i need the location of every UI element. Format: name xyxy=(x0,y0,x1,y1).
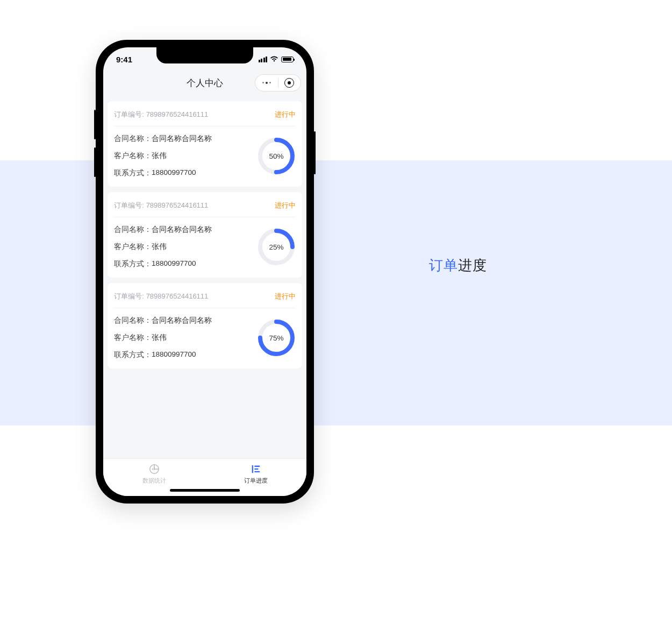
more-icon xyxy=(262,82,271,84)
detail-list: 合同名称 合同名称合同名称 客户名称 张伟 联系方式 18800997700 xyxy=(114,316,251,360)
status-time: 9:41 xyxy=(116,55,132,64)
phone-frame: 9:41 个人中心 订单编号:789897652441611 xyxy=(96,40,314,504)
order-card[interactable]: 订单编号:7898976524416111 进行中 合同名称 合同名称合同名称 … xyxy=(108,101,302,187)
progress-ring: 25% xyxy=(257,228,296,266)
order-no-value: 7898976524416111 xyxy=(146,292,209,300)
svg-rect-7 xyxy=(154,467,154,470)
progress-label: 50% xyxy=(257,137,296,175)
order-number: 订单编号:7898976524416111 xyxy=(114,201,208,210)
phone-notch xyxy=(156,47,253,63)
phone-screen: 9:41 个人中心 订单编号:789897652441611 xyxy=(103,47,306,496)
signal-icon xyxy=(259,56,268,62)
card-header: 订单编号:7898976524416111 进行中 xyxy=(114,110,296,126)
page-side-title: 订单进度 xyxy=(429,256,487,275)
progress-icon xyxy=(250,463,262,475)
miniprogram-capsule[interactable] xyxy=(255,74,301,91)
progress-ring: 50% xyxy=(257,137,296,175)
tab-label: 订单进度 xyxy=(244,477,268,485)
svg-rect-9 xyxy=(254,465,260,466)
card-header: 订单编号:7898976524416111 进行中 xyxy=(114,292,296,308)
svg-rect-11 xyxy=(254,471,260,472)
detail-list: 合同名称 合同名称合同名称 客户名称 张伟 联系方式 18800997700 xyxy=(114,134,251,178)
row-contract: 合同名称 合同名称合同名称 xyxy=(114,225,251,235)
tab-progress[interactable]: 订单进度 xyxy=(205,459,306,488)
tab-label: 数据统计 xyxy=(142,477,166,485)
stats-icon xyxy=(148,463,160,475)
row-contact: 联系方式 18800997700 xyxy=(114,168,251,178)
home-indicator xyxy=(170,489,240,492)
progress-label: 25% xyxy=(257,228,296,266)
side-title-rest: 进度 xyxy=(458,257,487,273)
order-no-label: 订单编号 xyxy=(114,292,142,300)
row-contract: 合同名称 合同名称合同名称 xyxy=(114,316,251,325)
tab-stats[interactable]: 数据统计 xyxy=(103,459,205,488)
card-header: 订单编号:7898976524416111 进行中 xyxy=(114,201,296,217)
row-customer: 客户名称 张伟 xyxy=(114,333,251,343)
order-card[interactable]: 订单编号:7898976524416111 进行中 合同名称 合同名称合同名称 … xyxy=(108,192,302,278)
row-contract: 合同名称 合同名称合同名称 xyxy=(114,134,251,144)
row-contact: 联系方式 18800997700 xyxy=(114,259,251,269)
row-customer: 客户名称 张伟 xyxy=(114,151,251,161)
progress-ring: 75% xyxy=(257,318,296,357)
nav-header: 个人中心 xyxy=(103,71,306,95)
order-no-label: 订单编号 xyxy=(114,110,142,118)
page-title: 个人中心 xyxy=(187,77,223,89)
status-badge: 进行中 xyxy=(275,201,296,210)
progress-label: 75% xyxy=(257,318,296,357)
order-number: 订单编号:7898976524416111 xyxy=(114,110,208,119)
status-badge: 进行中 xyxy=(275,110,296,119)
order-card[interactable]: 订单编号:7898976524416111 进行中 合同名称 合同名称合同名称 … xyxy=(108,283,302,368)
wifi-icon xyxy=(270,56,278,62)
svg-rect-6 xyxy=(152,468,153,470)
order-no-label: 订单编号 xyxy=(114,201,142,209)
order-no-value: 7898976524416111 xyxy=(146,110,209,118)
capsule-menu-button[interactable] xyxy=(255,75,278,91)
battery-icon xyxy=(281,56,294,62)
status-badge: 进行中 xyxy=(275,292,296,301)
capsule-close-button[interactable] xyxy=(278,75,301,91)
order-no-value: 7898976524416111 xyxy=(146,201,209,209)
target-icon xyxy=(284,78,294,88)
svg-rect-10 xyxy=(254,468,258,469)
detail-list: 合同名称 合同名称合同名称 客户名称 张伟 联系方式 18800997700 xyxy=(114,225,251,269)
order-number: 订单编号:7898976524416111 xyxy=(114,292,208,301)
order-list[interactable]: 订单编号:7898976524416111 进行中 合同名称 合同名称合同名称 … xyxy=(103,101,306,458)
side-title-accent: 订单 xyxy=(429,257,458,273)
row-customer: 客户名称 张伟 xyxy=(114,242,251,252)
svg-rect-8 xyxy=(252,465,253,473)
row-contact: 联系方式 18800997700 xyxy=(114,350,251,360)
